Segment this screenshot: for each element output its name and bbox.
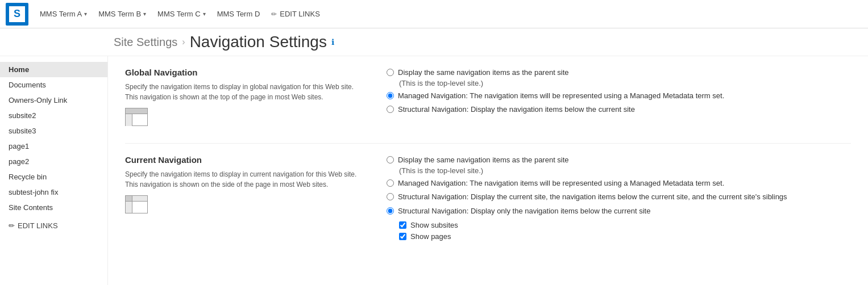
- current-nav-radio-option-3: Structural Navigation: Display only the …: [387, 206, 851, 216]
- current-nav-checkbox-option-0: Show subsites: [399, 221, 851, 229]
- global-nav-icon-bottom-right: [132, 114, 147, 126]
- page-title: Navigation Settings: [190, 33, 327, 51]
- main-layout: HomeDocumentsOwners-Only Linksubsite2sub…: [0, 56, 868, 285]
- sidebar-item-documents[interactable]: Documents: [0, 77, 107, 93]
- global-nav-radio-label-1: Managed Navigation: The navigation items…: [398, 91, 724, 101]
- global-nav-radio-parent[interactable]: [387, 69, 394, 76]
- sidebar-edit-links-button[interactable]: ✏ EDIT LINKS: [0, 218, 107, 233]
- global-nav-radio-sub-0: (This is the top-level site.): [387, 79, 851, 87]
- current-nav-radio-managed[interactable]: [387, 179, 394, 187]
- global-nav-radio-option-2: Structural Navigation: Display the navig…: [387, 104, 851, 115]
- sidebar-item-subsite2[interactable]: subsite2: [0, 108, 107, 123]
- nav-icon-bottom-right: [132, 202, 147, 213]
- sidebar: HomeDocumentsOwners-Only Linksubsite2sub…: [0, 56, 108, 285]
- current-nav-radio-label-1: Managed Navigation: The navigation items…: [398, 178, 724, 188]
- global-navigation-section: Global Navigation Specify the navigation…: [125, 68, 851, 126]
- logo-s-letter: S: [14, 8, 20, 20]
- content-area: Global Navigation Specify the navigation…: [108, 56, 868, 285]
- global-nav-radio-label-2: Structural Navigation: Display the navig…: [398, 104, 635, 115]
- current-nav-checkbox-show-pages[interactable]: [399, 233, 406, 240]
- logo-inner: S: [9, 6, 25, 22]
- current-nav-left: Current Navigation Specify the navigatio…: [125, 155, 364, 241]
- global-nav-left: Global Navigation Specify the navigation…: [125, 68, 364, 126]
- sidebar-item-home[interactable]: Home: [0, 62, 107, 77]
- global-nav-radio-structural[interactable]: [387, 106, 394, 113]
- current-nav-radio-sub-0: (This is the top-level site.): [387, 166, 851, 175]
- sidebar-item-owners-only-link[interactable]: Owners-Only Link: [0, 93, 107, 108]
- current-nav-checkbox-show-subsites[interactable]: [399, 221, 406, 229]
- nav-icon-bottom-left: [126, 202, 132, 213]
- current-nav-radio-option-2: Structural Navigation: Display the curre…: [387, 192, 851, 202]
- sidebar-item-recycle-bin[interactable]: Recycle bin: [0, 169, 107, 185]
- current-nav-radio-group: Display the same navigation items as the…: [387, 155, 851, 216]
- global-nav-right: Display the same navigation items as the…: [387, 68, 851, 126]
- current-nav-radio-parent[interactable]: [387, 156, 394, 164]
- global-nav-icon: [125, 108, 148, 126]
- nav-item-mms-term-d[interactable]: MMS Term D: [211, 0, 266, 28]
- section-divider: [125, 143, 851, 144]
- current-nav-radio-option-0: Display the same navigation items as the…: [387, 155, 851, 165]
- global-nav-title: Global Navigation: [125, 68, 364, 77]
- global-nav-icon-top: [126, 108, 147, 114]
- page-title-bar: Site Settings › Navigation Settings ℹ: [0, 28, 868, 56]
- current-nav-checkbox-group: Show subsitesShow pages: [387, 221, 851, 241]
- global-nav-desc: Specify the navigation items to display …: [125, 82, 364, 102]
- sidebar-pencil-icon: ✏: [9, 221, 15, 230]
- top-nav: MMS Term A▾MMS Term B▾MMS Term C▾MMS Ter…: [34, 0, 265, 28]
- sidebar-edit-links-label: EDIT LINKS: [18, 221, 58, 230]
- header: S MMS Term A▾MMS Term B▾MMS Term C▾MMS T…: [0, 0, 868, 28]
- current-nav-checkbox-label-1: Show pages: [410, 232, 451, 241]
- sidebar-item-subtest-john-fix[interactable]: subtest-john fix: [0, 185, 107, 200]
- nav-item-mms-term-a[interactable]: MMS Term A▾: [34, 0, 93, 28]
- current-nav-icon: [125, 195, 148, 213]
- current-nav-radio-label-0: Display the same navigation items as the…: [398, 155, 569, 165]
- nav-item-mms-term-b[interactable]: MMS Term B▾: [93, 0, 152, 28]
- header-edit-links-label: EDIT LINKS: [280, 10, 320, 18]
- current-nav-desc: Specify the navigation items to display …: [125, 169, 364, 190]
- global-nav-radio-option-0: Display the same navigation items as the…: [387, 68, 851, 78]
- current-nav-radio-structural_below[interactable]: [387, 207, 394, 215]
- global-nav-icon-bottom-left: [126, 114, 132, 126]
- current-nav-radio-structural_siblings[interactable]: [387, 193, 394, 200]
- global-nav-icon-bottom: [126, 114, 147, 126]
- current-nav-radio-label-3: Structural Navigation: Display only the …: [398, 206, 650, 216]
- sidebar-item-site-contents[interactable]: Site Contents: [0, 200, 107, 215]
- sidebar-item-page1[interactable]: page1: [0, 139, 107, 154]
- chevron-down-icon: ▾: [143, 11, 146, 17]
- current-nav-radio-label-2: Structural Navigation: Display the curre…: [398, 192, 787, 202]
- sidebar-item-page2[interactable]: page2: [0, 154, 107, 169]
- global-nav-radio-option-1: Managed Navigation: The navigation items…: [387, 91, 851, 101]
- chevron-down-icon: ▾: [84, 11, 87, 17]
- sidebar-item-subsite3[interactable]: subsite3: [0, 123, 107, 139]
- global-nav-radio-group: Display the same navigation items as the…: [387, 68, 851, 115]
- pencil-icon: ✏: [271, 10, 277, 18]
- global-nav-radio-managed[interactable]: [387, 92, 394, 99]
- breadcrumb: Site Settings › Navigation Settings ℹ: [114, 33, 857, 51]
- chevron-down-icon: ▾: [203, 11, 206, 17]
- app-logo: S: [6, 3, 28, 26]
- breadcrumb-site-settings[interactable]: Site Settings: [114, 36, 177, 49]
- current-nav-radio-option-1: Managed Navigation: The navigation items…: [387, 178, 851, 188]
- current-nav-title: Current Navigation: [125, 155, 364, 165]
- current-nav-checkbox-option-1: Show pages: [399, 232, 851, 241]
- breadcrumb-arrow: ›: [182, 37, 185, 47]
- info-icon[interactable]: ℹ: [331, 37, 334, 47]
- header-edit-links-button[interactable]: ✏ EDIT LINKS: [265, 0, 326, 28]
- current-navigation-section: Current Navigation Specify the navigatio…: [125, 155, 851, 241]
- nav-icon-top-right: [132, 196, 147, 202]
- global-nav-radio-label-0: Display the same navigation items as the…: [398, 68, 569, 78]
- nav-item-mms-term-c[interactable]: MMS Term C▾: [152, 0, 211, 28]
- current-nav-right: Display the same navigation items as the…: [387, 155, 851, 241]
- current-nav-checkbox-label-0: Show subsites: [410, 221, 458, 229]
- nav-icon-top-left: [126, 196, 132, 202]
